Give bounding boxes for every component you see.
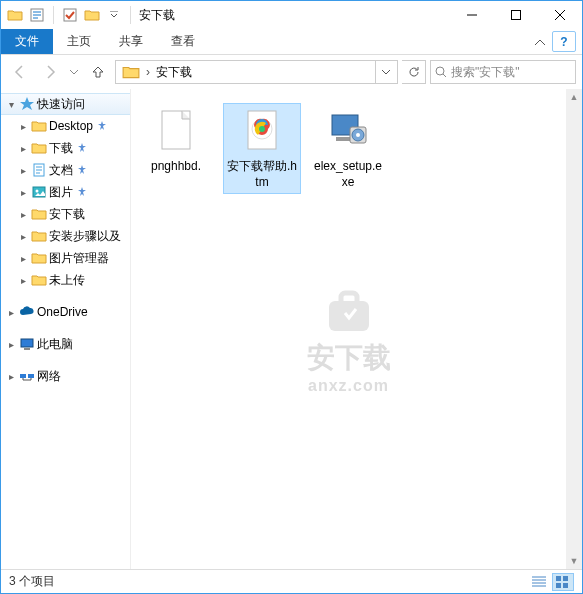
sidebar-onedrive[interactable]: ▸ OneDrive [1, 301, 130, 323]
tab-share[interactable]: 共享 [105, 29, 157, 54]
folder-icon[interactable] [5, 4, 25, 26]
sidebar-item[interactable]: ▸文档 [1, 159, 130, 181]
chevron-right-icon[interactable]: ▸ [17, 187, 29, 198]
svg-rect-9 [20, 374, 26, 378]
svg-rect-23 [563, 576, 568, 581]
close-button[interactable] [538, 1, 582, 29]
properties-icon[interactable] [27, 4, 47, 26]
svg-rect-10 [28, 374, 34, 378]
up-button[interactable] [85, 59, 111, 85]
sidebar-this-pc[interactable]: ▸ 此电脑 [1, 333, 130, 355]
sidebar-item[interactable]: ▸未上传 [1, 269, 130, 291]
sidebar-item[interactable]: ▸图片 [1, 181, 130, 203]
file-item[interactable]: elex_setup.exe [309, 103, 387, 194]
sidebar-item[interactable]: ▸Desktop [1, 115, 130, 137]
svg-rect-8 [24, 348, 30, 350]
cloud-icon [19, 304, 35, 320]
tab-view[interactable]: 查看 [157, 29, 209, 54]
svg-rect-25 [563, 583, 568, 588]
icons-view-button[interactable] [552, 573, 574, 591]
titlebar: 安下载 [1, 1, 582, 29]
svg-rect-24 [556, 583, 561, 588]
forward-button[interactable] [37, 59, 63, 85]
minimize-button[interactable] [450, 1, 494, 29]
address-dropdown-icon[interactable] [375, 61, 395, 83]
folder-icon [31, 206, 47, 222]
sidebar-network[interactable]: ▸ 网络 [1, 365, 130, 387]
scroll-down-icon[interactable]: ▼ [566, 553, 582, 569]
sidebar-item[interactable]: ▸安下载 [1, 203, 130, 225]
svg-rect-2 [512, 11, 521, 20]
quick-access-toolbar [5, 4, 135, 26]
qat-dropdown-icon[interactable] [82, 4, 102, 26]
search-placeholder: 搜索"安下载" [451, 64, 520, 81]
refresh-button[interactable] [402, 60, 426, 84]
tab-home[interactable]: 主页 [53, 29, 105, 54]
chevron-right-icon[interactable]: ▸ [5, 307, 17, 318]
chevron-right-icon[interactable]: ▸ [17, 209, 29, 220]
folder-icon [31, 118, 47, 134]
folder-icon [31, 272, 47, 288]
ribbon: 文件 主页 共享 查看 ? [1, 29, 582, 55]
blank-file-icon [152, 107, 200, 155]
address-bar: › 安下载 搜索"安下载" [1, 55, 582, 89]
svg-point-16 [259, 126, 265, 132]
back-button[interactable] [7, 59, 33, 85]
exe-file-icon [324, 107, 372, 155]
folder-icon [31, 228, 47, 244]
scroll-up-icon[interactable]: ▲ [566, 89, 582, 105]
ribbon-collapse-icon[interactable] [528, 29, 552, 54]
chevron-right-icon[interactable]: ▸ [17, 253, 29, 264]
search-input[interactable]: 搜索"安下载" [430, 60, 576, 84]
chevron-right-icon[interactable]: ▸ [17, 275, 29, 286]
chevron-right-icon[interactable]: ▸ [17, 143, 29, 154]
folder-icon [31, 250, 47, 266]
chevron-right-icon[interactable]: › [144, 65, 152, 79]
chevron-right-icon[interactable]: ▸ [5, 371, 17, 382]
folder-icon [122, 63, 140, 81]
chevron-right-icon[interactable]: ▸ [17, 165, 29, 176]
pin-icon [77, 165, 87, 175]
chevron-right-icon[interactable]: ▸ [5, 339, 17, 350]
navigation-pane: ▾ 快速访问 ▸Desktop▸下载▸文档▸图片▸安下载▸安装步骤以及▸图片管理… [1, 89, 131, 569]
help-button[interactable]: ? [552, 31, 576, 52]
sidebar-item[interactable]: ▸图片管理器 [1, 247, 130, 269]
file-label: pnghhbd. [151, 159, 201, 175]
file-item[interactable]: 安下载帮助.htm [223, 103, 301, 194]
pin-icon [97, 121, 107, 131]
chevron-down-icon[interactable]: ▾ [5, 99, 17, 110]
svg-point-21 [356, 133, 360, 137]
sidebar-item-label: 图片管理器 [49, 250, 109, 267]
sidebar-item[interactable]: ▸下载 [1, 137, 130, 159]
breadcrumb-item[interactable]: 安下载 [152, 61, 196, 83]
maximize-button[interactable] [494, 1, 538, 29]
svg-rect-7 [21, 339, 33, 347]
vertical-scrollbar[interactable]: ▲ ▼ [566, 89, 582, 569]
pin-icon [77, 143, 87, 153]
recent-locations-button[interactable] [67, 59, 81, 85]
chevron-right-icon[interactable]: ▸ [17, 231, 29, 242]
sidebar-item-label: 安装步骤以及 [49, 228, 121, 245]
chevron-right-icon[interactable]: ▸ [17, 121, 29, 132]
sidebar-item-label: 未上传 [49, 272, 85, 289]
sidebar-item-label: 安下载 [49, 206, 85, 223]
file-item[interactable]: pnghhbd. [137, 103, 215, 194]
window-controls [450, 1, 582, 29]
html-file-icon [238, 107, 286, 155]
pin-icon [77, 187, 87, 197]
star-icon [19, 96, 35, 112]
file-tab[interactable]: 文件 [1, 29, 53, 54]
pictures-icon [31, 184, 47, 200]
file-list[interactable]: 安下载 anxz.com pnghhbd.安下载帮助.htmelex_setup… [131, 89, 566, 569]
qat-overflow-icon[interactable] [104, 4, 124, 26]
sidebar-item-label: 图片 [49, 184, 73, 201]
separator [53, 6, 54, 24]
doc-icon [31, 162, 47, 178]
details-view-button[interactable] [528, 573, 550, 591]
sidebar-item[interactable]: ▸安装步骤以及 [1, 225, 130, 247]
sidebar-quick-access[interactable]: ▾ 快速访问 [1, 93, 130, 115]
qat-check-icon[interactable] [60, 4, 80, 26]
svg-rect-11 [329, 301, 369, 331]
svg-point-6 [36, 190, 39, 193]
breadcrumb-bar[interactable]: › 安下载 [115, 60, 398, 84]
